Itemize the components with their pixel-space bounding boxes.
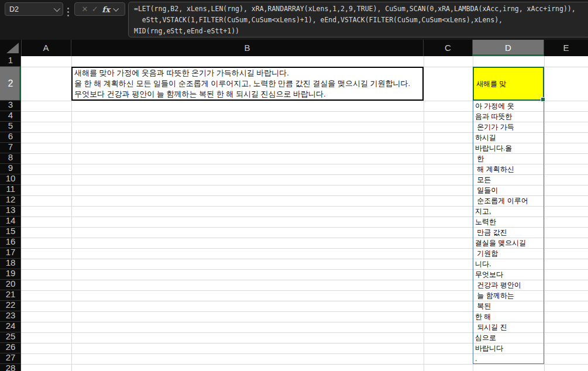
formula-bar-drag-handle[interactable]	[67, 8, 69, 16]
row-header-13[interactable]: 13	[0, 206, 21, 217]
row-header-19[interactable]: 19	[0, 269, 21, 280]
row-header-label: 17	[0, 248, 21, 258]
cell-D26[interactable]: 바랍니다	[473, 343, 545, 353]
row-header-label: 23	[0, 311, 21, 321]
row-header-10[interactable]: 10	[0, 174, 21, 185]
chevron-down-icon[interactable]	[54, 5, 60, 11]
column-header-A[interactable]: A	[21, 40, 71, 56]
row-header-label: 18	[0, 259, 21, 269]
row-header-label: 4	[0, 111, 21, 121]
cell-D13[interactable]: 지고,	[473, 206, 545, 217]
row-header-label: 16	[0, 238, 21, 248]
column-header-C[interactable]: C	[424, 40, 473, 56]
cell-D22[interactable]: 복된	[473, 301, 545, 311]
row-header-label: 13	[0, 206, 21, 216]
insert-function-icon[interactable]: fx	[102, 5, 110, 14]
cell-D19[interactable]: 무엇보다	[473, 269, 545, 280]
row-header-2[interactable]: 2	[0, 67, 21, 101]
active-cell-D2[interactable]: 새해를 맞	[473, 67, 544, 101]
column-header-B[interactable]: B	[71, 40, 424, 56]
cell-D16[interactable]: 결실을 맺으시길	[473, 238, 545, 248]
cell-D7[interactable]: 바랍니다.올	[473, 143, 545, 153]
cell-B2[interactable]: 새해를 맞아 가정에 웃음과 따뜻한 온기가 가득하시길 바랍니다. 올 한 해…	[71, 67, 424, 101]
row-header-16[interactable]: 16	[0, 238, 21, 248]
cell-D23[interactable]: 한 해	[473, 311, 545, 322]
row-header-23[interactable]: 23	[0, 311, 21, 322]
cell-D17[interactable]: 기원합	[473, 248, 545, 259]
cell-D8[interactable]: 한	[473, 153, 545, 164]
cell-D20[interactable]: 건강과 평안이	[473, 280, 545, 290]
row-header-5[interactable]: 5	[0, 122, 21, 132]
cell-B2-line: 올 한 해 계획하신 모든 일들이 순조롭게 이루어지고, 노력한 만큼 값진 …	[74, 78, 421, 89]
enter-icon[interactable]: ✓	[92, 3, 98, 15]
row-header-18[interactable]: 18	[0, 259, 21, 269]
row-header-20[interactable]: 20	[0, 280, 21, 290]
row-header-label: 10	[0, 174, 21, 184]
formula-bar-region: D2 ✕ ✓ fx =LET(rng,B2, xLens,LEN(rng), x…	[0, 0, 588, 40]
column-headers: ABCDE	[0, 40, 588, 56]
row-header-17[interactable]: 17	[0, 248, 21, 259]
cell-D12[interactable]: 순조롭게 이루어	[473, 195, 545, 206]
row-header-1[interactable]: 1	[0, 56, 21, 67]
row-header-label: 9	[0, 164, 21, 174]
row-header-25[interactable]: 25	[0, 332, 21, 343]
gridline-vertical	[71, 56, 72, 371]
select-all-triangle-icon	[6, 43, 19, 53]
formula-input[interactable]: =LET(rng,B2, xLens,LEN(rng), xRA,RANDARR…	[128, 2, 588, 37]
name-box[interactable]: D2	[5, 2, 63, 16]
row-header-label: 15	[0, 227, 21, 237]
cell-D18[interactable]: 니다.	[473, 259, 545, 269]
cell-D14[interactable]: 노력한	[473, 217, 545, 227]
row-header-label: 2	[8, 78, 13, 89]
row-header-7[interactable]: 7	[0, 143, 21, 153]
row-header-14[interactable]: 14	[0, 217, 21, 227]
row-header-11[interactable]: 11	[0, 185, 21, 195]
cell-D27[interactable]: .	[473, 353, 545, 364]
row-header-9[interactable]: 9	[0, 164, 21, 174]
select-all-button[interactable]	[0, 40, 22, 56]
row-header-label: 27	[0, 353, 21, 363]
row-header-label: 24	[0, 322, 21, 332]
cell-D11[interactable]: 일들이	[473, 185, 545, 195]
cell-D21[interactable]: 늘 함께하는	[473, 290, 545, 301]
row-header-6[interactable]: 6	[0, 132, 21, 143]
cell-D15[interactable]: 만큼 값진	[473, 227, 545, 238]
row-header-3[interactable]: 3	[0, 101, 21, 111]
row-header-26[interactable]: 26	[0, 343, 21, 353]
cell-D10[interactable]: 모든	[473, 174, 545, 185]
cell-B2-line: 무엇보다 건강과 평안이 늘 함께하는 복된 한 해 되시길 진심으로 바랍니다…	[74, 89, 421, 99]
cell-B2-line: 새해를 맞아 가정에 웃음과 따뜻한 온기가 가득하시길 바랍니다.	[74, 68, 421, 78]
row-header-label: 20	[0, 280, 21, 290]
cancel-icon[interactable]: ✕	[81, 3, 88, 15]
row-header-24[interactable]: 24	[0, 322, 21, 332]
row-header-label: 6	[0, 132, 21, 142]
cell-D9[interactable]: 해 계획하신	[473, 164, 545, 174]
row-header-15[interactable]: 15	[0, 227, 21, 238]
cell-D6[interactable]: 하시길	[473, 132, 545, 143]
row-header-label: 12	[0, 195, 21, 205]
row-header-22[interactable]: 22	[0, 301, 21, 311]
cell-D4[interactable]: 음과 따뜻한	[473, 111, 545, 122]
row-headers: 1234567891011121314151617181920212223242…	[0, 56, 21, 371]
row-header-label: 26	[0, 343, 21, 353]
cell-D25[interactable]: 심으로	[473, 332, 545, 343]
row-header-label: 11	[0, 185, 21, 195]
column-header-E[interactable]: E	[544, 40, 588, 56]
cell-D24[interactable]: 되시길 진	[473, 322, 545, 332]
chevron-down-icon[interactable]	[114, 6, 119, 12]
cell-D5[interactable]: 온기가 가득	[473, 122, 545, 132]
row-header-label: 19	[0, 269, 21, 279]
row-header-8[interactable]: 8	[0, 153, 21, 164]
formula-line-2: eStt,VSTACK(1,FILTER(CuSum,CuSum<xLens)+…	[134, 15, 588, 26]
row-header-4[interactable]: 4	[0, 111, 21, 122]
row-header-27[interactable]: 27	[0, 353, 21, 364]
row-header-28[interactable]: 28	[0, 364, 21, 371]
fill-handle[interactable]	[541, 97, 545, 102]
cell-D3[interactable]: 아 가정에 웃	[473, 101, 545, 111]
row-header-label: 22	[0, 301, 21, 311]
formula-line-1: =LET(rng,B2, xLens,LEN(rng), xRA,RANDARR…	[134, 4, 588, 15]
row-header-21[interactable]: 21	[0, 290, 21, 301]
row-header-12[interactable]: 12	[0, 195, 21, 206]
active-cell-value: 새해를 맞	[476, 79, 506, 89]
column-header-D[interactable]: D	[473, 40, 544, 56]
